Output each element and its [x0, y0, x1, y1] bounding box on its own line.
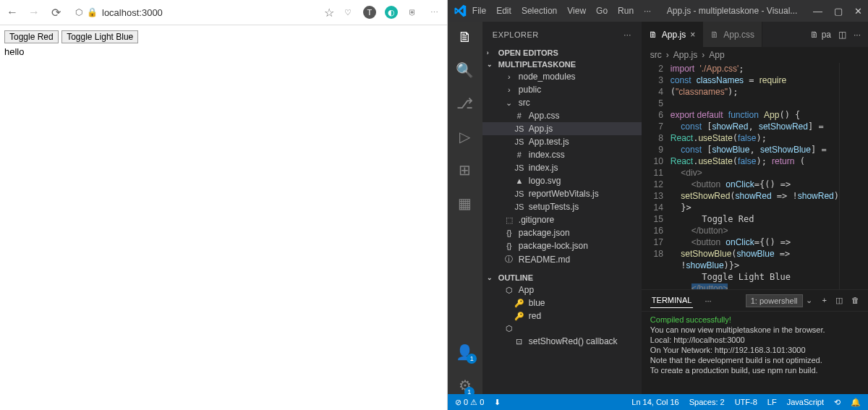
minimap[interactable]	[839, 63, 868, 289]
tree-item[interactable]: ⓘREADME.md	[482, 252, 642, 266]
chevron-down-icon: ⌄	[487, 61, 495, 68]
remote-icon[interactable]: ▦	[458, 195, 472, 212]
new-terminal-icon[interactable]: +	[822, 296, 827, 305]
chevron-down-icon[interactable]: ⌄	[806, 296, 812, 305]
outline-section[interactable]: ⌄ OUTLINE	[482, 272, 642, 283]
tree-item[interactable]: ›public	[482, 83, 642, 96]
status-item[interactable]: ⊘ 0 ⚠ 0	[455, 398, 484, 407]
tree-item[interactable]: #index.css	[482, 148, 642, 161]
status-item[interactable]: Spaces: 2	[689, 398, 725, 407]
file-icon: JS	[514, 189, 524, 198]
url-bar[interactable]: ⬡ 🔒 localhost:3000	[69, 6, 317, 20]
tree-item[interactable]: {}package.json	[482, 226, 642, 239]
split-terminal-icon[interactable]: ◫	[835, 296, 843, 305]
outline-item[interactable]: ⬡App	[482, 283, 642, 296]
tree-item[interactable]: JSindex.js	[482, 161, 642, 174]
minimize-icon[interactable]: —	[813, 6, 822, 17]
close-icon[interactable]: ✕	[854, 6, 862, 17]
tab-label: App.js	[662, 30, 686, 40]
tree-item[interactable]: {}package-lock.json	[482, 239, 642, 252]
split-icon[interactable]: ◫	[838, 30, 846, 40]
accounts-icon[interactable]: 👤1	[456, 343, 474, 361]
extensions-icon[interactable]: ⊞	[459, 161, 471, 179]
outline-item[interactable]: 🔑red	[482, 309, 642, 323]
file-icon: {}	[504, 229, 514, 237]
status-item[interactable]: JavaScript	[787, 398, 824, 407]
tree-item[interactable]: ⬚.gitignore	[482, 213, 642, 226]
tree-item[interactable]: JSApp.js	[482, 122, 642, 135]
status-item[interactable]: ⬇	[494, 398, 501, 407]
close-tab-icon[interactable]: ×	[690, 30, 695, 40]
file-icon: JS	[514, 137, 524, 146]
breadcrumbs[interactable]: src › App.js › App	[642, 47, 868, 63]
menu-item[interactable]: Selection	[522, 6, 557, 16]
tree-item[interactable]: JSApp.test.js	[482, 135, 642, 148]
search-icon[interactable]: 🔍	[456, 61, 474, 79]
source-control-icon[interactable]: ⎇	[456, 95, 473, 112]
menu-item[interactable]: View	[567, 6, 586, 16]
more-icon[interactable]: ···	[624, 30, 631, 39]
toggle-red-button[interactable]: Toggle Red	[4, 30, 59, 43]
explorer-icon[interactable]: 🗎	[458, 29, 472, 46]
terminal-select[interactable]: 1: powershell	[746, 294, 803, 307]
ext-icon[interactable]: ⛨	[407, 6, 420, 19]
code-editor[interactable]: 23456789101112131415161718 import './App…	[642, 63, 868, 289]
explorer-sidebar: EXPLORER ··· › OPEN EDITORS ⌄ MULTIPLETA…	[482, 22, 642, 394]
status-item[interactable]: LF	[767, 398, 777, 407]
bookmark-icon[interactable]: ☆	[324, 6, 334, 20]
terminal-header: TERMINAL ··· 1: powershell ⌄ + ◫ 🗑	[642, 290, 868, 312]
browser-window: ← → ⟳ ⬡ 🔒 localhost:3000 ☆ ♡ T ◐ ⛨ ⋯ Tog…	[0, 0, 448, 410]
terminal-tab[interactable]: TERMINAL	[650, 293, 694, 308]
menu-item[interactable]: ···	[644, 6, 651, 16]
tree-item[interactable]: ›node_modules	[482, 70, 642, 83]
tree-label: package.json	[519, 228, 570, 238]
reload-icon[interactable]: ⟳	[49, 6, 62, 20]
editor-tab[interactable]: 🗎App.css	[703, 22, 762, 47]
project-section[interactable]: ⌄ MULTIPLETASKONE	[482, 59, 642, 70]
ext-icon[interactable]: ⋯	[428, 6, 441, 19]
open-editors-section[interactable]: › OPEN EDITORS	[482, 47, 642, 59]
sidebar-title: EXPLORER	[493, 30, 539, 39]
outline-label: red	[529, 311, 541, 321]
status-item[interactable]: ⟲	[834, 398, 841, 407]
file-icon: JS	[514, 124, 524, 133]
file-tree: ›node_modules›public⌄src#App.cssJSApp.js…	[482, 70, 642, 266]
menu-item[interactable]: Edit	[496, 6, 511, 16]
tree-item[interactable]: JSsetupTests.js	[482, 200, 642, 213]
menu-item[interactable]: Run	[618, 6, 634, 16]
more-icon[interactable]: ···	[854, 30, 861, 40]
settings-icon[interactable]: ⚙1	[459, 377, 472, 394]
back-icon[interactable]: ←	[6, 6, 19, 20]
status-item[interactable]: Ln 14, Col 16	[631, 398, 678, 407]
crumb[interactable]: src	[650, 50, 662, 60]
outline-item[interactable]: ⊡setShowRed() callback	[482, 335, 642, 348]
crumb[interactable]: App	[709, 50, 724, 60]
tree-item[interactable]: ▲logo.svg	[482, 174, 642, 187]
forward-icon[interactable]: →	[27, 6, 41, 20]
ext-icon[interactable]: ♡	[341, 6, 354, 19]
ext-icon[interactable]: ◐	[385, 6, 398, 19]
symbol-icon: ⬡	[504, 324, 514, 333]
menu-item[interactable]: Go	[596, 6, 608, 16]
menu-item[interactable]: File	[472, 6, 486, 16]
kill-terminal-icon[interactable]: 🗑	[851, 296, 859, 305]
code-content[interactable]: import './App.css'; const classNames = r…	[671, 63, 839, 289]
tree-label: setupTests.js	[529, 202, 579, 212]
terminal-output[interactable]: Compiled successfully!You can now view m…	[642, 312, 868, 394]
crumb[interactable]: App.js	[673, 50, 697, 60]
status-item[interactable]: 🔔	[851, 398, 861, 407]
debug-icon[interactable]: ▷	[459, 128, 470, 145]
status-item[interactable]: UTF-8	[735, 398, 757, 407]
maximize-icon[interactable]: ▢	[834, 6, 843, 17]
editor-tab[interactable]: 🗎App.js×	[642, 22, 703, 47]
tree-item[interactable]: ⌄src	[482, 96, 642, 109]
tree-item[interactable]: #App.css	[482, 109, 642, 122]
outline-item[interactable]: ⬡	[482, 323, 642, 335]
ext-icon[interactable]: T	[363, 6, 376, 19]
file-icon[interactable]: 🗎 pa	[810, 30, 831, 40]
toggle-blue-button[interactable]: Toggle Light Blue	[61, 30, 138, 43]
terminal-more[interactable]: ···	[703, 294, 712, 308]
tree-label: src	[519, 98, 530, 108]
tree-item[interactable]: JSreportWebVitals.js	[482, 187, 642, 200]
outline-item[interactable]: 🔑blue	[482, 296, 642, 309]
